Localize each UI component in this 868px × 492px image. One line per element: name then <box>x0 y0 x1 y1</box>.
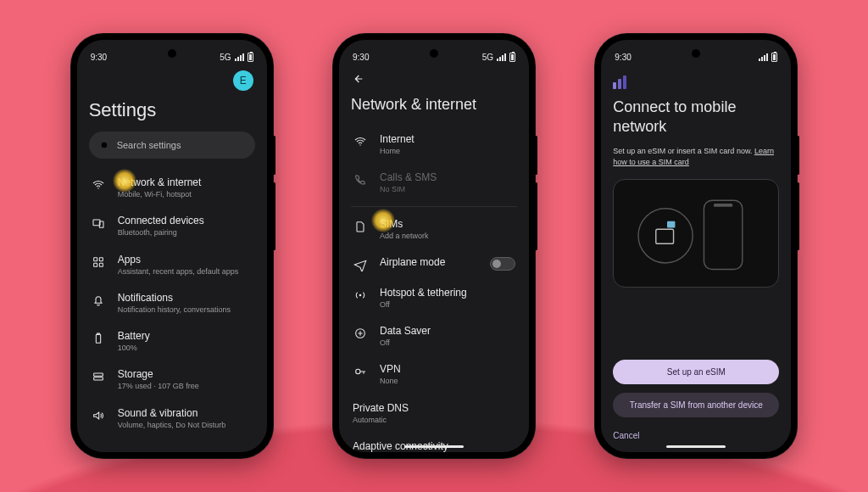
screen-3: 9:30 Connect to mobile network Set up an… <box>601 40 791 452</box>
screen-1: 9:30 5G E Settings Search settings Ne <box>77 40 267 452</box>
battery-icon <box>91 330 106 345</box>
setup-esim-button[interactable]: Set up an eSIM <box>613 360 779 384</box>
svg-point-13 <box>359 144 360 145</box>
battery-icon <box>248 53 253 62</box>
profile-avatar[interactable]: E <box>233 70 253 91</box>
phone-1: 9:30 5G E Settings Search settings Ne <box>71 34 273 458</box>
item-calls-sms: Calls & SMSNo SIM <box>351 164 517 202</box>
item-title: Private DNS <box>353 402 409 415</box>
item-subtitle: Home <box>380 147 415 156</box>
svg-point-0 <box>101 142 107 148</box>
settings-item-sound[interactable]: Sound & vibrationVolume, haptics, Do Not… <box>89 400 255 438</box>
svg-rect-18 <box>656 229 674 243</box>
item-title: VPN <box>380 363 401 376</box>
item-title: Sound & vibration <box>118 407 226 420</box>
home-indicator[interactable] <box>666 445 726 448</box>
svg-rect-8 <box>99 263 103 266</box>
hotspot-icon <box>353 287 368 302</box>
signal-bars-icon <box>613 75 779 89</box>
battery-icon <box>771 53 777 62</box>
settings-item-network[interactable]: Network & internetMobile, Wi-Fi, hotspot <box>89 169 255 207</box>
item-title: Notifications <box>118 292 231 305</box>
divider <box>351 206 517 207</box>
item-title: Connected devices <box>118 215 204 227</box>
item-title: Network & internet <box>118 176 202 189</box>
signal-icon <box>497 53 506 61</box>
page-title: Connect to mobile network <box>613 98 779 136</box>
svg-rect-6 <box>99 257 103 260</box>
network-label: 5G <box>220 53 231 62</box>
back-button[interactable] <box>351 67 517 91</box>
back-arrow-icon <box>351 72 364 86</box>
item-adaptive[interactable]: Adaptive connectivity <box>351 433 517 452</box>
page-title: Settings <box>89 99 255 121</box>
datasaver-icon <box>353 325 368 340</box>
item-title: Data Saver <box>380 325 431 338</box>
svg-point-2 <box>97 187 98 188</box>
sim-icon <box>353 218 368 233</box>
cancel-button[interactable]: Cancel <box>613 431 639 440</box>
svg-rect-11 <box>93 373 103 376</box>
item-subtitle: Automatic <box>353 416 409 425</box>
settings-item-apps[interactable]: AppsAssistant, recent apps, default apps <box>89 246 255 284</box>
item-subtitle: No SIM <box>380 185 437 194</box>
svg-point-14 <box>359 294 362 296</box>
item-internet[interactable]: InternetHome <box>351 126 517 164</box>
item-subtitle: Add a network <box>380 232 429 241</box>
svg-rect-19 <box>667 221 675 228</box>
item-title: Apps <box>118 254 239 266</box>
screen-2: 9:30 5G Network & internet InternetHome <box>339 40 529 452</box>
item-title: Airplane mode <box>380 256 445 269</box>
home-indicator[interactable] <box>404 445 464 448</box>
search-input[interactable]: Search settings <box>89 131 255 159</box>
item-subtitle: Mobile, Wi-Fi, hotspot <box>118 190 202 199</box>
airplane-toggle[interactable] <box>490 257 515 271</box>
camera-notch <box>168 49 176 58</box>
item-title: Storage <box>118 368 199 381</box>
item-datasaver[interactable]: Data SaverOff <box>351 317 517 355</box>
item-subtitle: None <box>380 377 401 386</box>
item-subtitle: Bluetooth, pairing <box>118 228 204 238</box>
search-icon <box>99 140 110 151</box>
bell-icon <box>91 292 106 307</box>
settings-item-storage[interactable]: Storage17% used · 107 GB free <box>89 361 255 399</box>
network-label: 5G <box>482 53 493 62</box>
transfer-sim-button[interactable]: Transfer a SIM from another device <box>613 393 779 417</box>
camera-notch <box>692 49 700 58</box>
key-icon <box>353 363 368 378</box>
signal-icon <box>235 53 244 61</box>
phones-row: 9:30 5G E Settings Search settings Ne <box>0 0 868 492</box>
item-sims[interactable]: SIMsAdd a network <box>351 210 517 249</box>
settings-item-battery[interactable]: Battery100% <box>89 322 255 361</box>
settings-item-connected[interactable]: Connected devicesBluetooth, pairing <box>89 207 255 245</box>
clock: 9:30 <box>615 53 631 62</box>
item-title: Battery <box>118 330 150 343</box>
body-text: Set up an eSIM or insert a SIM card now.… <box>613 146 779 167</box>
item-title: Hotspot & tethering <box>380 287 467 299</box>
item-hotspot[interactable]: Hotspot & tetheringOff <box>351 279 517 317</box>
wifi-icon <box>91 176 106 192</box>
svg-rect-7 <box>93 263 97 266</box>
svg-rect-21 <box>714 204 733 207</box>
airplane-icon <box>353 256 368 271</box>
settings-item-notifications[interactable]: NotificationsNotification history, conve… <box>89 284 255 322</box>
clock: 9:30 <box>353 53 369 62</box>
svg-line-1 <box>106 147 108 148</box>
body-before: Set up an eSIM or insert a SIM card now. <box>613 147 754 155</box>
sim-illustration <box>613 179 779 288</box>
svg-rect-9 <box>96 334 100 343</box>
clock: 9:30 <box>91 53 107 62</box>
svg-rect-12 <box>93 377 103 380</box>
signal-icon <box>759 53 768 61</box>
search-placeholder: Search settings <box>117 140 181 150</box>
page-title: Network & internet <box>351 96 517 114</box>
item-subtitle: Off <box>380 300 467 310</box>
item-vpn[interactable]: VPNNone <box>351 355 517 394</box>
item-title: Internet <box>380 133 415 146</box>
item-airplane[interactable]: Airplane mode <box>351 249 517 279</box>
svg-rect-10 <box>97 333 99 334</box>
wifi-icon <box>353 133 368 148</box>
svg-rect-20 <box>704 200 743 269</box>
item-private-dns[interactable]: Private DNSAutomatic <box>351 394 517 433</box>
apps-icon <box>91 254 106 269</box>
